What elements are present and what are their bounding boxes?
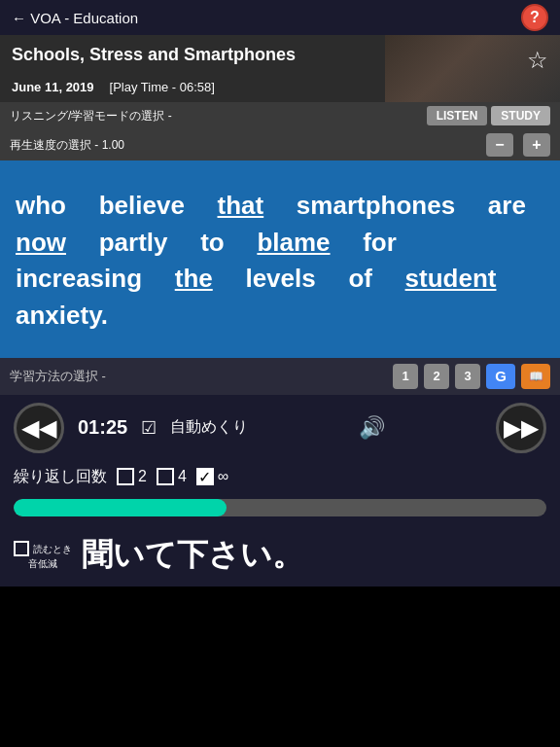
repeat-infinity-label: ∞ [218,468,228,485]
listen-button[interactable]: LISTEN [427,106,488,125]
speed-label: 再生速度の選択 - 1.00 [10,137,476,154]
bottom-row: 読むとき 音低減 聞いて下さい。 [0,524,560,587]
word-to: to [200,228,225,257]
study-method-row: 学習方法の選択 - 1 2 3 G 📖 [0,358,560,395]
study-mode-2-button[interactable]: 2 [424,364,449,389]
word-student[interactable]: student [405,264,497,293]
repeat-infinity-checkbox[interactable]: ✓ [196,468,214,485]
progress-fill [14,499,227,516]
word-blame[interactable]: blame [257,228,330,257]
help-button[interactable]: ? [521,4,548,31]
speed-row: 再生速度の選択 - 1.00 − + [0,129,560,160]
word-that[interactable]: that [218,191,264,220]
study-mode-3-button[interactable]: 3 [455,364,480,389]
mode-row: リスニング/学習モードの選択 - LISTEN STUDY [0,102,560,129]
mode-buttons: LISTEN STUDY [427,106,550,125]
question-icon: ? [530,9,540,26]
article-title: Schools, Stress and Smartphones [12,45,519,66]
rewind-button[interactable]: ◀◀ [14,403,64,453]
word-believe: believe [99,191,185,220]
date-label: June 11, 2019 [12,80,94,94]
repeat-2-label: 2 [138,468,147,485]
header-top: Schools, Stress and Smartphones ☆ [12,45,548,74]
word-now: now [16,228,66,257]
speed-increase-button[interactable]: + [523,133,550,157]
reading-checkbox[interactable] [14,541,29,556]
volume-icon[interactable]: 🔊 [359,415,385,441]
study-button[interactable]: STUDY [491,106,550,125]
header-meta: June 11, 2019 [Play Time - 06:58] [12,80,548,94]
word-anxiety: anxiety. [16,301,108,330]
auto-scroll-label: 自動めくり [170,417,248,438]
google-translate-button[interactable]: G [486,364,515,389]
repeat-4-checkbox[interactable] [157,468,174,485]
word-of: of [348,264,372,293]
article-text: who believe that smartphones are now par… [16,188,544,335]
word-for: for [363,228,397,257]
repeat-row: 繰り返し回数 2 4 ✓ ∞ [0,461,560,493]
header-section: Schools, Stress and Smartphones ☆ June 1… [0,35,560,102]
reading-label-2: 音低減 [28,558,57,569]
rewind-icon: ◀◀ [21,414,56,442]
repeat-4-label: 4 [178,468,187,485]
repeat-2-checkbox[interactable] [117,468,134,485]
main-text-area: who believe that smartphones are now par… [0,160,560,358]
forward-icon: ▶▶ [504,414,539,442]
word-the[interactable]: the [175,264,213,293]
google-translate-icon: G [495,368,507,384]
study-mode-1-button[interactable]: 1 [393,364,418,389]
speed-decrease-button[interactable]: − [486,133,513,157]
forward-button[interactable]: ▶▶ [496,403,546,453]
repeat-option-2[interactable]: 2 [117,468,147,485]
back-button[interactable]: ← VOA - Education [12,10,138,26]
repeat-label: 繰り返し回数 [14,467,107,487]
progress-section [0,493,560,524]
reading-option[interactable]: 読むとき 音低減 [14,541,72,569]
word-smartphones: smartphones [297,191,455,220]
word-who: who [16,191,66,220]
time-display: 01:25 [78,416,127,439]
word-partly: partly [99,228,168,257]
dictionary-button[interactable]: 📖 [521,364,550,389]
repeat-option-infinity[interactable]: ✓ ∞ [196,468,228,485]
reading-label-1: 読むとき [33,544,72,554]
progress-track[interactable] [14,499,546,516]
bookmark-button[interactable]: ☆ [527,47,548,74]
reading-checkbox-row: 読むとき [14,541,72,556]
mode-label: リスニング/学習モードの選択 - [10,108,172,124]
top-bar: ← VOA - Education ? [0,0,560,35]
word-are: are [488,191,526,220]
book-icon: 📖 [529,370,543,383]
word-increasing: increasing [16,264,142,293]
study-method-label: 学習方法の選択 - [10,368,387,385]
playtime-label: [Play Time - 06:58] [110,80,215,94]
word-levels: levels [245,264,315,293]
player-row: ◀◀ 01:25 ☑ 自動めくり 🔊 ▶▶ [0,395,560,461]
auto-scroll-check[interactable]: ☑ [141,417,157,439]
repeat-option-4[interactable]: 4 [157,468,187,485]
listen-instruction: 聞いて下さい。 [82,534,303,577]
